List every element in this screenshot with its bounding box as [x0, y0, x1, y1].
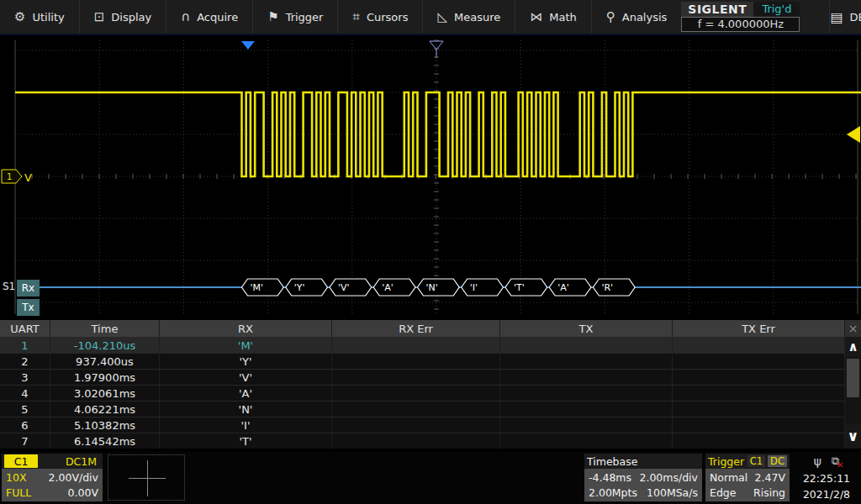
- table-cell: 3: [0, 370, 50, 385]
- channel-placeholder-box[interactable]: [108, 454, 185, 501]
- table-row[interactable]: 43.02061ms'A': [0, 385, 861, 401]
- table-cell: 'I': [160, 417, 332, 433]
- timebase-info-box[interactable]: Timebase -4.48ms 2.00ms/div 2.00Mpts 100…: [584, 454, 702, 501]
- table-cell: [673, 386, 845, 401]
- math-icon: ⋈: [530, 9, 542, 24]
- menu-item-analysis[interactable]: ⚲Analysis: [591, 0, 682, 34]
- trigger-mode: Normal: [710, 471, 747, 484]
- trigger-info-box[interactable]: Trigger C1 DC Normal 2.47V Edge Rising: [705, 454, 790, 501]
- table-cell: 1.97900ms: [50, 370, 160, 385]
- decode-bubble-label: 'I': [470, 282, 478, 293]
- table-cell: [500, 354, 673, 369]
- table-cell: [500, 402, 673, 417]
- column-header-rx: RX: [160, 320, 332, 337]
- table-cell: [673, 338, 845, 353]
- table-cell: 'T': [160, 433, 332, 449]
- table-cell: [500, 338, 673, 353]
- waveform-display[interactable]: 1V'M''Y''V''A''N''I''T''A''R': [0, 35, 861, 320]
- menu-item-decode[interactable]: ▤ DECODE: [829, 0, 861, 34]
- menu-item-measure[interactable]: ◺Measure: [422, 0, 515, 34]
- menu-item-trigger[interactable]: ⚑Trigger: [252, 0, 337, 34]
- menu-item-label: Analysis: [622, 11, 668, 24]
- scrollbar-thumb[interactable]: [847, 359, 859, 397]
- menu-item-label: Display: [111, 11, 151, 24]
- sample-rate: 100MSa/s: [647, 486, 698, 499]
- table-body: 1-104.210us'M'2937.400us'Y'31.97900ms'V'…: [0, 337, 861, 449]
- clock-time: 22:25:11: [803, 473, 850, 485]
- table-cell: 'M': [160, 338, 332, 353]
- menu-item-cursors[interactable]: ⌗Cursors: [337, 0, 422, 34]
- decode-bubble: [417, 279, 459, 296]
- table-cell: [332, 402, 500, 417]
- column-header-tx: TX: [500, 320, 673, 337]
- table-cell: 937.400us: [50, 354, 160, 369]
- decode-bubble-label: 'Y': [294, 282, 305, 293]
- table-cell: 6: [0, 417, 50, 433]
- table-cell: [673, 370, 845, 385]
- decode-bubble: [549, 279, 591, 296]
- menu-item-label: Utility: [32, 11, 64, 24]
- table-cell: [332, 338, 500, 353]
- table-scrollbar: × ∧ ∨: [845, 320, 861, 449]
- decode-bubble-label: 'N': [425, 282, 437, 293]
- table-cell: 4.06221ms: [50, 402, 160, 417]
- menu-item-label: Acquire: [197, 11, 238, 24]
- trigger-source-badge: C1: [747, 455, 765, 467]
- display-icon: ⊡: [94, 9, 105, 24]
- decode-bubble-label: 'A': [557, 282, 569, 293]
- table-cell: [500, 433, 673, 449]
- close-table-button[interactable]: ×: [845, 320, 861, 337]
- memory-depth: 2.00Mpts: [589, 486, 637, 499]
- decode-menu-label: DECODE: [850, 11, 861, 24]
- vertical-offset: 0.00V: [68, 486, 98, 499]
- table-cell: 1: [0, 338, 50, 353]
- usb-icon[interactable]: ψ: [814, 454, 821, 468]
- svg-text:1: 1: [7, 172, 12, 181]
- channel1-info-box[interactable]: C1 DC1M 10X 2.00V/div FULL 0.00V: [2, 454, 103, 501]
- menu-item-acquire[interactable]: ∩Acquire: [166, 0, 252, 34]
- scroll-up-button[interactable]: ∧: [845, 337, 861, 357]
- trigger-delay-marker[interactable]: [241, 41, 255, 50]
- table-row[interactable]: 1-104.210us'M': [0, 337, 861, 353]
- menu-item-display[interactable]: ⊡Display: [79, 0, 166, 34]
- scope-display-area[interactable]: 1V'M''Y''V''A''N''I''T''A''R' S1 Rx Tx: [0, 35, 861, 320]
- table-cell: 'N': [160, 402, 332, 417]
- lan-disconnected-icon: ✕: [837, 460, 843, 470]
- trigger-type: Edge: [710, 486, 736, 499]
- acquire-icon: ∩: [181, 9, 190, 24]
- trigger-coupling-badge: DC: [768, 455, 787, 467]
- menu-item-label: Math: [549, 11, 577, 24]
- table-cell: 5.10382ms: [50, 417, 160, 433]
- table-cell: [500, 417, 673, 433]
- table-cell: [332, 417, 500, 433]
- table-row[interactable]: 31.97900ms'V': [0, 369, 861, 385]
- table-cell: [332, 386, 500, 401]
- decode-bubble-label: 'T': [514, 282, 525, 293]
- column-header-time: Time: [50, 320, 160, 337]
- brand-logo: SIGLENT: [681, 2, 753, 17]
- lan-icon[interactable]: ⧉✕: [832, 454, 839, 468]
- channel1-coupling: DC1M: [66, 455, 100, 468]
- scrollbar-track[interactable]: [845, 399, 861, 423]
- trigger-slope: Rising: [753, 486, 785, 499]
- rx-bus-badge[interactable]: Rx: [17, 280, 40, 297]
- frequency-readout: f = 4.000000Hz: [681, 17, 800, 32]
- trigger-level-marker[interactable]: [847, 126, 860, 143]
- channel1-trace: [15, 92, 861, 176]
- table-row[interactable]: 2937.400us'Y': [0, 353, 861, 369]
- decode-bubble: [462, 279, 504, 296]
- status-bar: C1 DC1M 10X 2.00V/div FULL 0.00V Timebas…: [0, 452, 861, 504]
- table-row[interactable]: 54.06221ms'N': [0, 401, 861, 417]
- decode-bubble-label: 'V': [338, 282, 350, 293]
- menu-item-label: Measure: [454, 11, 500, 24]
- table-row[interactable]: 76.14542ms'T': [0, 433, 861, 449]
- tx-bus-badge[interactable]: Tx: [17, 299, 40, 316]
- column-header-tx-err: TX Err: [673, 320, 845, 337]
- measure-icon: ◺: [437, 9, 447, 24]
- table-row[interactable]: 65.10382ms'I': [0, 417, 861, 433]
- decode-bubble-label: 'M': [251, 282, 264, 293]
- menu-item-utility[interactable]: ⚙Utility: [0, 0, 79, 34]
- menu-item-math[interactable]: ⋈Math: [515, 0, 591, 34]
- trigger-flag-icon: ⚑: [267, 9, 278, 24]
- scroll-down-button[interactable]: ∨: [845, 423, 861, 449]
